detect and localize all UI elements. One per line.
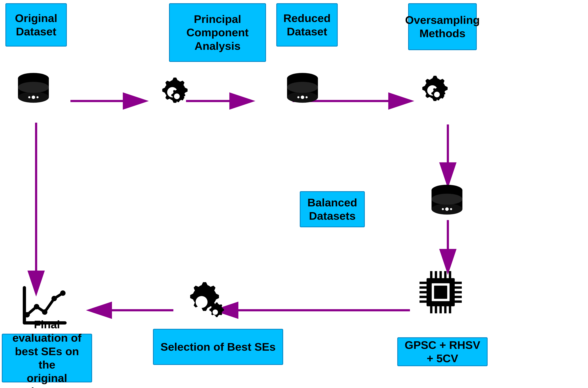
original-dataset-label: OriginalDataset <box>5 3 67 47</box>
svg-rect-41 <box>420 300 427 303</box>
svg-rect-49 <box>440 271 442 278</box>
svg-rect-44 <box>455 291 462 293</box>
oversampling-gear-icon <box>412 69 448 105</box>
svg-rect-50 <box>444 271 447 278</box>
final-eval-label: Final evaluation ofbest SEs on theorigin… <box>2 334 92 382</box>
reduced-dataset-db-icon <box>285 72 320 110</box>
svg-rect-42 <box>455 282 462 284</box>
svg-point-31 <box>445 207 449 211</box>
svg-rect-37 <box>420 282 427 284</box>
svg-rect-36 <box>434 286 447 299</box>
balanced-label: BalancedDatasets <box>300 191 365 227</box>
svg-rect-53 <box>435 306 437 313</box>
pca-label: PrincipalComponentAnalysis <box>169 3 266 62</box>
svg-point-30 <box>432 194 462 205</box>
svg-point-65 <box>60 291 66 296</box>
selection-label: Selection of Best SEs <box>153 329 283 365</box>
oversampling-label: OversamplingMethods <box>408 3 477 50</box>
svg-point-21 <box>287 82 318 93</box>
svg-point-17 <box>174 94 180 99</box>
reduced-dataset-label: ReducedDataset <box>276 3 338 47</box>
svg-rect-54 <box>440 306 442 313</box>
svg-point-23 <box>297 96 299 98</box>
svg-point-13 <box>32 96 35 99</box>
svg-rect-45 <box>455 296 462 298</box>
svg-rect-51 <box>449 271 451 278</box>
selection-gear-icon <box>184 280 224 324</box>
svg-point-15 <box>36 96 38 98</box>
svg-point-62 <box>34 304 39 309</box>
cpu-icon <box>417 269 464 316</box>
svg-rect-52 <box>430 306 432 313</box>
svg-point-22 <box>301 96 304 99</box>
svg-rect-38 <box>420 287 427 289</box>
svg-point-61 <box>24 312 30 317</box>
svg-point-32 <box>442 208 444 210</box>
svg-rect-48 <box>435 271 437 278</box>
svg-point-26 <box>434 92 440 97</box>
svg-point-64 <box>52 296 57 301</box>
svg-rect-39 <box>420 291 427 293</box>
svg-point-57 <box>196 296 208 308</box>
svg-point-14 <box>28 96 30 98</box>
original-dataset-db-icon <box>16 72 51 110</box>
svg-point-58 <box>213 310 218 315</box>
svg-rect-43 <box>455 287 462 289</box>
svg-rect-55 <box>444 306 447 313</box>
svg-rect-40 <box>420 296 427 298</box>
svg-rect-47 <box>430 271 432 278</box>
svg-point-33 <box>450 208 452 210</box>
svg-rect-46 <box>455 300 462 303</box>
pca-gear-icon <box>152 70 188 107</box>
svg-point-24 <box>306 96 308 98</box>
svg-point-12 <box>18 82 49 93</box>
chart-icon <box>18 285 69 329</box>
balanced-db-icon <box>430 184 464 222</box>
svg-point-63 <box>42 309 48 315</box>
gpsc-label: GPSC + RHSV + 5CV <box>397 337 488 366</box>
svg-rect-56 <box>449 306 451 313</box>
